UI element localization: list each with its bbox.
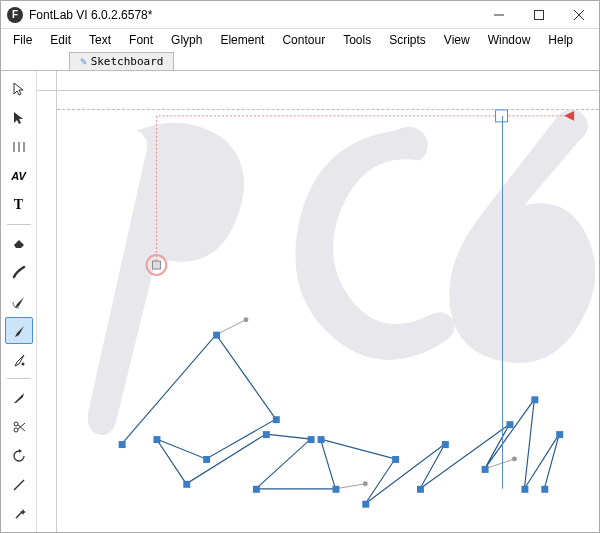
tool-line[interactable] <box>5 472 33 499</box>
main-area: AV T <box>1 71 599 532</box>
canvas[interactable] <box>57 91 599 532</box>
tool-separator <box>7 224 31 225</box>
svg-point-43 <box>512 456 517 461</box>
ruler-vertical[interactable] <box>37 91 57 532</box>
svg-line-2 <box>574 10 584 20</box>
svg-point-7 <box>21 362 24 365</box>
svg-rect-1 <box>535 10 544 19</box>
menu-tools[interactable]: Tools <box>335 31 379 49</box>
minimize-button[interactable] <box>479 1 519 29</box>
svg-point-8 <box>14 422 18 426</box>
svg-rect-27 <box>308 436 315 443</box>
tool-pen-draw[interactable] <box>5 346 33 373</box>
svg-rect-23 <box>203 456 210 463</box>
tab-sketchboard[interactable]: ✎ Sketchboard <box>69 52 174 70</box>
tab-label: Sketchboard <box>91 55 164 68</box>
svg-point-42 <box>363 481 368 486</box>
close-button[interactable] <box>559 1 599 29</box>
svg-rect-29 <box>332 486 339 493</box>
ruler-horizontal[interactable] <box>57 71 599 91</box>
menu-scripts[interactable]: Scripts <box>381 31 434 49</box>
tool-arrow-outline[interactable] <box>5 75 33 102</box>
tabbar: ✎ Sketchboard <box>1 51 599 71</box>
svg-rect-32 <box>362 501 369 508</box>
tool-scissors[interactable] <box>5 414 33 441</box>
menu-help[interactable]: Help <box>540 31 581 49</box>
tool-palette: AV T <box>1 71 37 532</box>
tool-separator <box>7 378 31 379</box>
svg-rect-24 <box>153 436 160 443</box>
tool-pen-rapid[interactable] <box>5 317 33 344</box>
svg-line-17 <box>216 320 246 335</box>
titlebar: F FontLab VI 6.0.2.6578* <box>1 1 599 29</box>
tool-brush[interactable] <box>5 259 33 286</box>
svg-rect-22 <box>273 416 280 423</box>
svg-rect-28 <box>253 486 260 493</box>
svg-rect-20 <box>119 441 126 448</box>
svg-line-18 <box>335 484 365 489</box>
svg-rect-30 <box>318 436 325 443</box>
svg-rect-39 <box>556 431 563 438</box>
menu-contour[interactable]: Contour <box>274 31 333 49</box>
svg-rect-26 <box>263 431 270 438</box>
svg-line-3 <box>574 10 584 20</box>
window-controls <box>479 1 599 29</box>
menu-view[interactable]: View <box>436 31 478 49</box>
editing-overlay <box>57 91 599 532</box>
menu-edit[interactable]: Edit <box>42 31 79 49</box>
ruler-corner <box>37 71 57 91</box>
app-icon: F <box>7 7 23 23</box>
svg-rect-37 <box>531 396 538 403</box>
svg-point-41 <box>243 317 248 322</box>
svg-rect-40 <box>541 486 548 493</box>
maximize-button[interactable] <box>519 1 559 29</box>
tool-metrics-h[interactable] <box>5 133 33 160</box>
tool-eraser[interactable] <box>5 230 33 257</box>
menu-text[interactable]: Text <box>81 31 119 49</box>
svg-line-13 <box>16 512 22 518</box>
svg-rect-25 <box>183 481 190 488</box>
tool-rotate[interactable] <box>5 443 33 470</box>
menubar: File Edit Text Font Glyph Element Contou… <box>1 29 599 51</box>
window-title: FontLab VI 6.0.2.6578* <box>29 8 479 22</box>
canvas-container <box>37 71 599 532</box>
tool-knife[interactable] <box>5 384 33 411</box>
menu-element[interactable]: Element <box>212 31 272 49</box>
sketchboard-icon: ✎ <box>80 55 87 68</box>
tool-magic-wand[interactable] <box>5 501 33 528</box>
menu-font[interactable]: Font <box>121 31 161 49</box>
svg-rect-21 <box>213 332 220 339</box>
tool-text[interactable]: T <box>5 192 33 219</box>
svg-rect-34 <box>417 486 424 493</box>
menu-window[interactable]: Window <box>480 31 539 49</box>
tool-pen-curve[interactable] <box>5 288 33 315</box>
svg-rect-16 <box>152 261 160 269</box>
svg-rect-14 <box>496 110 508 122</box>
svg-rect-38 <box>521 486 528 493</box>
svg-rect-31 <box>392 456 399 463</box>
tool-metrics-av[interactable]: AV <box>5 162 33 189</box>
svg-line-12 <box>14 480 24 490</box>
svg-rect-36 <box>482 466 489 473</box>
svg-point-9 <box>14 428 18 432</box>
menu-file[interactable]: File <box>5 31 40 49</box>
svg-rect-33 <box>442 441 449 448</box>
menu-glyph[interactable]: Glyph <box>163 31 210 49</box>
tool-arrow-solid[interactable] <box>5 104 33 131</box>
svg-rect-35 <box>506 421 513 428</box>
